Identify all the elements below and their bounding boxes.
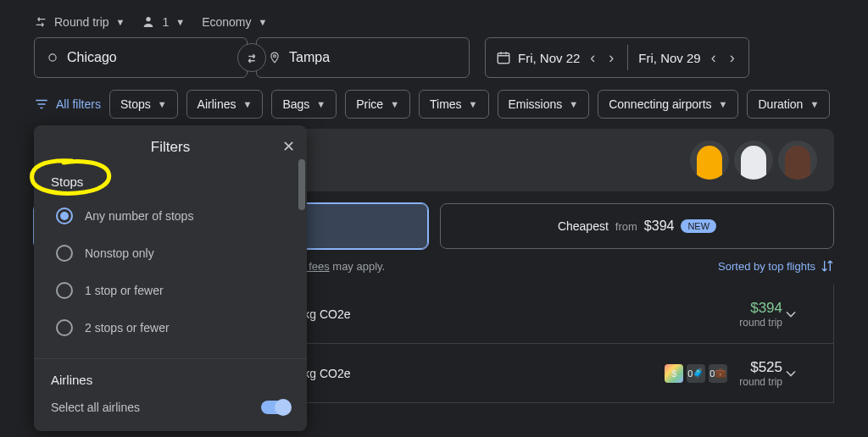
person-icon: [142, 15, 155, 29]
depart-prev[interactable]: ‹: [587, 49, 598, 67]
svg-rect-3: [498, 53, 509, 64]
return-date: Fri, Nov 29: [638, 51, 700, 65]
date-range-input[interactable]: Fri, Nov 22 ‹ › Fri, Nov 29 ‹ ›: [485, 37, 749, 78]
cheapest-label: Cheapest: [558, 219, 609, 233]
chip-emissions[interactable]: Emissions▼: [498, 90, 590, 119]
chip-airlines[interactable]: Airlines▼: [186, 90, 264, 119]
filters-panel: Filters ✕ Stops Any number of stops Nons…: [34, 125, 307, 431]
return-prev[interactable]: ‹: [708, 49, 720, 67]
cabin-label: Economy: [202, 15, 251, 29]
chevron-down-icon: ▼: [259, 17, 268, 27]
expand-button[interactable]: [782, 365, 816, 382]
chevron-down-icon: ▼: [316, 99, 326, 109]
svg-point-1: [49, 54, 56, 61]
sort-button[interactable]: Sorted by top flights: [718, 259, 834, 273]
depart-next[interactable]: ›: [605, 49, 617, 67]
stops-option-1[interactable]: 1 stop or fewer: [34, 272, 307, 309]
stops-option-nonstop[interactable]: Nonstop only: [34, 235, 307, 272]
all-filters-label: All filters: [56, 97, 101, 111]
chevron-down-icon: ▼: [390, 99, 399, 109]
dollar-icon: $: [665, 364, 683, 383]
cheapest-price: $394: [644, 218, 675, 234]
chip-price[interactable]: Price▼: [345, 90, 410, 119]
scrollbar[interactable]: [298, 159, 305, 423]
chip-bags[interactable]: Bags▼: [271, 90, 337, 119]
price-badges: $ 0🧳 0💼: [665, 364, 727, 383]
trip-type-select[interactable]: Round trip ▼: [34, 15, 125, 29]
pin-icon: [269, 50, 281, 65]
stops-option-2[interactable]: 2 stops or fewer: [34, 309, 307, 346]
new-badge: NEW: [681, 219, 716, 233]
svg-point-2: [274, 55, 276, 58]
checked-icon: 0💼: [709, 364, 727, 383]
passengers-select[interactable]: 1 ▼: [142, 15, 185, 29]
close-icon[interactable]: ✕: [282, 137, 295, 156]
chip-stops[interactable]: Stops▼: [109, 90, 178, 119]
price: $394: [681, 300, 782, 317]
all-filters-button[interactable]: All filters: [34, 97, 101, 112]
swap-button[interactable]: [237, 43, 266, 72]
radio-icon: [56, 245, 73, 262]
price-sub: round trip: [681, 317, 782, 329]
option-label: Nonstop only: [85, 246, 154, 260]
passengers-count: 1: [162, 15, 169, 29]
radio-icon: [56, 207, 73, 224]
destination-input[interactable]: Tampa: [256, 37, 470, 78]
swap-icon: [34, 15, 47, 29]
sort-label: Sorted by top flights: [718, 260, 815, 273]
trip-type-label: Round trip: [54, 15, 109, 29]
avatars: [690, 141, 817, 180]
tab-cheapest[interactable]: Cheapest from $394 NEW: [440, 203, 834, 249]
return-next[interactable]: ›: [726, 49, 738, 67]
airlines-section-title: Airlines: [51, 373, 290, 387]
select-all-toggle[interactable]: [261, 401, 290, 414]
filters-title: Filters: [151, 139, 190, 155]
carryon-icon: 0🧳: [687, 364, 705, 383]
option-label: Any number of stops: [85, 209, 193, 223]
chevron-down-icon: ▼: [719, 99, 728, 109]
from-label: from: [615, 220, 637, 233]
stops-option-any[interactable]: Any number of stops: [34, 197, 307, 235]
chevron-down-icon: ▼: [243, 99, 253, 109]
chevron-down-icon: ▼: [116, 17, 125, 27]
price: $525: [739, 359, 782, 376]
select-all-label: Select all airlines: [51, 401, 140, 414]
cabin-select[interactable]: Economy ▼: [202, 15, 267, 29]
chip-connecting[interactable]: Connecting airports▼: [598, 90, 738, 119]
chevron-down-icon: ▼: [158, 99, 167, 109]
chevron-down-icon: ▼: [469, 99, 478, 109]
chevron-down-icon: ▼: [569, 99, 578, 109]
radio-icon: [56, 282, 73, 299]
calendar-icon: [496, 50, 511, 65]
stops-section-title: Stops: [34, 164, 307, 197]
price-sub: round trip: [739, 376, 782, 388]
option-label: 1 stop or fewer: [85, 284, 164, 297]
radio-icon: [56, 319, 73, 336]
depart-date: Fri, Nov 22: [518, 51, 580, 65]
destination-value: Tampa: [289, 50, 330, 65]
circle-icon: [47, 52, 58, 64]
svg-point-0: [147, 17, 151, 21]
origin-value: Chicago: [67, 50, 117, 65]
chip-duration[interactable]: Duration▼: [747, 90, 830, 119]
chevron-down-icon: ▼: [175, 17, 185, 27]
option-label: 2 stops or fewer: [85, 321, 170, 335]
chevron-down-icon: ▼: [810, 99, 819, 109]
expand-button[interactable]: [782, 306, 816, 323]
chip-times[interactable]: Times▼: [419, 90, 488, 119]
origin-input[interactable]: Chicago: [34, 37, 248, 78]
